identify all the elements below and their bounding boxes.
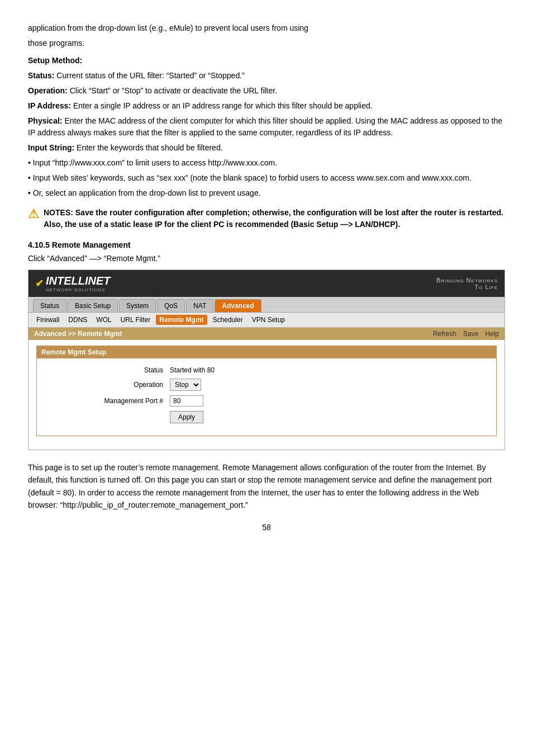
input-label: Input String:: [28, 143, 74, 152]
setup-method-heading: Setup Method:: [28, 56, 82, 65]
apply-button[interactable]: Apply: [170, 411, 203, 423]
mgmt-port-value: [170, 395, 203, 407]
tab-status[interactable]: Status: [33, 299, 66, 312]
logo-name: INTELLINET: [46, 275, 111, 287]
bullet1: • Input “http://www.xxx.com” to limit us…: [28, 157, 505, 169]
save-button[interactable]: Save: [463, 330, 478, 338]
router-header: ✔ INTELLINET Network Solutions Bringing …: [28, 270, 505, 297]
subnav-wol[interactable]: WOL: [93, 315, 115, 325]
mgmt-port-label: Management Port #: [91, 397, 163, 405]
router-content: Remote Mgmt Setup Status Started with 80…: [28, 340, 505, 450]
mgmt-port-row: Management Port #: [91, 395, 487, 407]
refresh-button[interactable]: Refresh: [433, 330, 456, 338]
tab-system[interactable]: System: [119, 299, 156, 312]
status-text: Current status of the URL filter: “Start…: [56, 71, 244, 80]
remote-mgmt-section-body: Status Started with 80 Operation Stop St…: [37, 358, 496, 436]
subnav-ddns[interactable]: DDNS: [65, 315, 91, 325]
bullet2: • Input Web sites’ keywords, such as “se…: [28, 172, 505, 184]
status-field-label: Status: [91, 366, 163, 374]
warning-icon: ⚠: [28, 208, 39, 220]
input-text: Enter the keywords that should be filter…: [77, 143, 222, 152]
breadcrumb: Advanced >> Remote Mgmt: [34, 330, 122, 338]
logo-subtitle: Network Solutions: [46, 287, 111, 292]
bullet3: • Or, select an application from the dro…: [28, 187, 505, 199]
breadcrumb-bar: Advanced >> Remote Mgmt Refresh Save Hel…: [28, 328, 505, 340]
bringing-line2: To Life: [436, 284, 498, 290]
intellinet-logo: ✔ INTELLINET Network Solutions: [35, 275, 111, 292]
page-number: 58: [28, 523, 505, 532]
router-ui: ✔ INTELLINET Network Solutions Bringing …: [28, 270, 505, 450]
tab-basic-setup[interactable]: Basic Setup: [68, 299, 118, 312]
remote-mgmt-section-header: Remote Mgmt Setup: [37, 346, 496, 358]
operation-field-label: Operation: [91, 381, 163, 389]
nav-tabs: Status Basic Setup System QoS NAT Advanc…: [28, 297, 505, 313]
tab-qos[interactable]: QoS: [157, 299, 185, 312]
status-field-value: Started with 80: [170, 366, 215, 374]
status-label: Status:: [28, 71, 54, 80]
section-heading-4-10-5: 4.10.5 Remote Management: [28, 240, 505, 249]
apply-button-container: Apply: [170, 411, 203, 423]
physical-label: Physical:: [28, 116, 62, 125]
subnav-vpn-setup[interactable]: VPN Setup: [249, 315, 288, 325]
help-button[interactable]: Help: [485, 330, 499, 338]
tab-nat[interactable]: NAT: [186, 299, 213, 312]
subnav-firewall[interactable]: Firewall: [33, 315, 63, 325]
bottom-text: This page is to set up the router’s remo…: [28, 461, 505, 512]
breadcrumb-actions: Refresh Save Help: [433, 330, 499, 338]
setup-method-block: Setup Method: Status: Current status of …: [28, 55, 505, 199]
subnav-remote-mgmt[interactable]: Remote Mgmt: [156, 315, 207, 325]
operation-text: Click “Start” or “Stop” to activate or d…: [70, 86, 277, 95]
operation-label: Operation:: [28, 86, 68, 95]
click-instruction: Click “Advanced” —> “Remote Mgmt.”: [28, 254, 505, 263]
operation-row: Operation Stop Start: [91, 379, 487, 391]
physical-text: Enter the MAC address of the client comp…: [28, 116, 502, 137]
note-block: ⚠ NOTES: Save the router configuration a…: [28, 207, 505, 230]
ip-text: Enter a single IP address or an IP addre…: [73, 101, 373, 110]
apply-row: Apply: [91, 411, 487, 423]
remote-mgmt-section-box: Remote Mgmt Setup Status Started with 80…: [36, 346, 497, 436]
subnav-scheduler[interactable]: Scheduler: [210, 315, 246, 325]
form-table: Status Started with 80 Operation Stop St…: [91, 366, 487, 423]
mgmt-port-input[interactable]: [170, 395, 203, 407]
tab-advanced[interactable]: Advanced: [215, 299, 261, 312]
operation-field-value: Stop Start: [170, 379, 201, 391]
intro-text: application from the drop-down list (e.g…: [28, 22, 505, 49]
subnav-url-filter[interactable]: URL Filter: [117, 315, 154, 325]
operation-select[interactable]: Stop Start: [170, 379, 201, 391]
ip-label: IP Address:: [28, 101, 71, 110]
bringing-line1: Bringing Networks: [436, 277, 498, 284]
note-text: NOTES: Save the router configuration aft…: [44, 207, 505, 230]
logo-check-icon: ✔: [35, 277, 44, 290]
status-row: Status Started with 80: [91, 366, 487, 374]
sub-nav: Firewall DDNS WOL URL Filter Remote Mgmt…: [28, 313, 505, 328]
bringing-networks: Bringing Networks To Life: [436, 277, 498, 290]
